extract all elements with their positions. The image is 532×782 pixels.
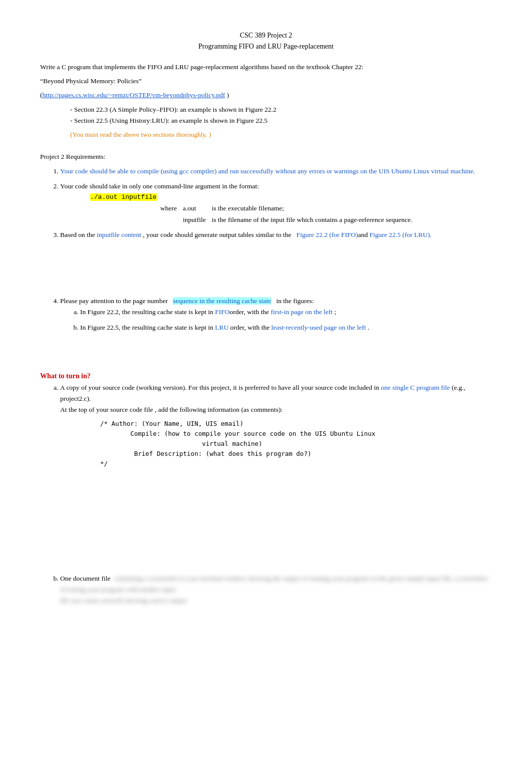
spacer-2 bbox=[40, 338, 492, 363]
req4a-prefix: In Figure 22.2, the resulting cache stat… bbox=[80, 308, 213, 316]
turn-b-blurred-2: file you create yourself showing correct… bbox=[60, 597, 187, 604]
req-item-3: Based on the inputfile content , your co… bbox=[60, 229, 492, 240]
req-item-4: Please pay attention to the page number … bbox=[60, 296, 492, 333]
turn-b-blurred: containing a screenshot of your terminal… bbox=[60, 575, 487, 593]
req2-where-table: where a.out is the executable filename; … bbox=[160, 203, 492, 225]
page-title: CSC 389 Project 2 Programming FIFO and L… bbox=[40, 30, 492, 53]
turn-in-list: A copy of your source code (working vers… bbox=[60, 382, 492, 469]
inputfile-label: inputfile bbox=[183, 214, 212, 225]
what-to-turn-in-heading: What to turn in? bbox=[40, 372, 492, 380]
intro-note: (You must read the above two sections th… bbox=[70, 129, 492, 140]
req4-alpha-list: In Figure 22.2, the resulting cache stat… bbox=[80, 307, 492, 333]
req4b-prefix: In Figure 22.5, the resulting cache stat… bbox=[80, 324, 213, 331]
req4-prefix: Please pay attention to the page number bbox=[60, 297, 168, 305]
requirements-list: Your code should be able to compile (usi… bbox=[60, 166, 492, 240]
req2-code: ./a.out inputfile bbox=[90, 193, 157, 201]
req4a-semi: ; bbox=[334, 308, 336, 316]
intro-link-line: (http://pages.cs.wisc.edu/~remzi/OSTEP/v… bbox=[40, 90, 492, 101]
intro-paragraph: Write a C program that implements the FI… bbox=[40, 62, 492, 73]
inputfile-desc: is the filename of the input file which … bbox=[212, 214, 418, 225]
aout-desc: is the executable filename; bbox=[212, 203, 418, 214]
note-text: (You must read the above two sections th… bbox=[70, 131, 211, 138]
req4-item-a: In Figure 22.2, the resulting cache stat… bbox=[80, 307, 492, 318]
req2-code-block: ./a.out inputfile bbox=[90, 192, 492, 203]
turn-b-prefix: One document file bbox=[60, 575, 110, 582]
spacer-1 bbox=[40, 245, 492, 296]
req-item-2: Your code should take in only one comman… bbox=[60, 181, 492, 225]
code-comment-text: /* Author: (Your Name, UIN, UIS email) C… bbox=[100, 419, 492, 469]
turn-in-list-b: One document file containing a screensho… bbox=[60, 573, 492, 607]
req4a-firstin: first-in page on the left bbox=[271, 308, 333, 316]
req4b-lru-text: least-recently-used page on the left bbox=[272, 324, 366, 331]
req4a-fifo: FIFO bbox=[215, 308, 229, 316]
req1-text: Your code should be able to compile (usi… bbox=[60, 167, 475, 175]
req4-item-b: In Figure 22.5, the resulting cache stat… bbox=[80, 322, 492, 333]
section-list: Section 22.3 (A Simple Policy–FIFO): an … bbox=[70, 104, 492, 127]
req4a-mid: order, with the bbox=[229, 308, 269, 316]
req-item-1: Your code should be able to compile (usi… bbox=[60, 166, 492, 177]
requirements-label: Project 2 Requirements: bbox=[40, 151, 492, 162]
req3-fig1: Figure 22.2 (for FIFO) bbox=[297, 231, 358, 238]
title-line1: CSC 389 Project 2 bbox=[40, 30, 492, 41]
link-after: ) bbox=[225, 91, 229, 99]
where-label: where bbox=[160, 203, 183, 214]
req2-prefix: Your code should take in only one comman… bbox=[60, 182, 259, 190]
aout-label: a.out bbox=[183, 203, 212, 214]
req4b-mid: order, with the bbox=[228, 324, 271, 331]
req3-mid: , your code should generate output table… bbox=[143, 231, 291, 238]
turn-in-item-a: A copy of your source code (working vers… bbox=[60, 382, 492, 469]
req4-highlighted: sequence in the resulting cache state bbox=[173, 297, 271, 305]
title-line2: Programming FIFO and LRU Page-replacemen… bbox=[40, 41, 492, 52]
intro-text: Write a C program that implements the FI… bbox=[40, 63, 363, 71]
quote-text: “Beyond Physical Memory: Policies” bbox=[40, 77, 142, 85]
turn-a-prefix: A copy of your source code (working vers… bbox=[60, 384, 379, 391]
req4b-dot: . bbox=[368, 324, 369, 331]
req4-suffix: in the figures: bbox=[276, 297, 314, 305]
req3-inputfile: inputfile content bbox=[97, 231, 141, 238]
section-list-item-1: Section 22.3 (A Simple Policy–FIFO): an … bbox=[70, 104, 492, 115]
turn-a-one-single: one single C program file bbox=[381, 384, 450, 391]
turn-in-item-b: One document file containing a screensho… bbox=[60, 573, 492, 607]
req4b-lru: LRU bbox=[215, 324, 228, 331]
req3-fig2: Figure 22.5 (for LRU). bbox=[370, 231, 432, 238]
req-label: Project 2 Requirements: bbox=[40, 153, 105, 160]
req-list-cont: Please pay attention to the page number … bbox=[60, 296, 492, 333]
req3-and: and bbox=[358, 231, 368, 238]
spacer-3 bbox=[40, 473, 492, 573]
req3-prefix: Based on the bbox=[60, 231, 95, 238]
textbook-link[interactable]: http://pages.cs.wisc.edu/~remzi/OSTEP/vm… bbox=[43, 91, 225, 99]
section-list-item-2: Section 22.5 (Using History:LRU): an exa… bbox=[70, 115, 492, 126]
code-comment-block: /* Author: (Your Name, UIN, UIS email) C… bbox=[100, 419, 492, 469]
intro-quote: “Beyond Physical Memory: Policies” bbox=[40, 76, 492, 87]
turn-a-line2: At the top of your source code file , ad… bbox=[60, 406, 283, 413]
